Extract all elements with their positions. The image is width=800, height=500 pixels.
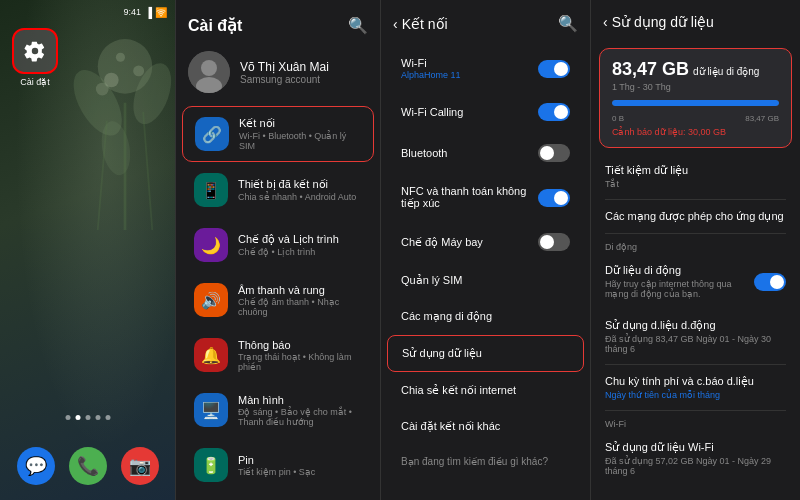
- settings-item-connect[interactable]: 🔗 Kết nối Wi-Fi • Bluetooth • Quản lý SI…: [182, 106, 374, 162]
- data-back-arrow-icon: ‹: [603, 14, 608, 30]
- settings-item-modes[interactable]: 🌙 Chế độ và Lịch trình Chế độ • Lịch trì…: [182, 218, 374, 272]
- connect-panel: ‹ Kết nối 🔍 Wi-Fi AlphaHome 11 Wi-Fi Cal…: [380, 0, 590, 500]
- connect-item-sim[interactable]: Quản lý SIM: [387, 263, 584, 298]
- connect-search-button[interactable]: 🔍: [558, 14, 578, 33]
- account-info: Võ Thị Xuân Mai Samsung account: [240, 60, 368, 85]
- wifi-usage-item[interactable]: Sử dụng dữ liệu Wi-Fi Đã sử dụng 57,02 G…: [591, 431, 800, 486]
- settings-item-text: Chế độ và Lịch trình Chế độ • Lịch trình: [238, 233, 362, 257]
- account-name: Võ Thị Xuân Mai: [240, 60, 368, 74]
- connect-item-search-help[interactable]: Bạn đang tìm kiếm điều gì khác?: [387, 445, 584, 478]
- mobile-networks-label: Các mạng di động: [401, 310, 570, 323]
- connect-item-wifi[interactable]: Wi-Fi AlphaHome 11: [387, 46, 584, 91]
- wifi-label: Wi-Fi: [401, 57, 538, 69]
- data-usage-text: Sử dụng dữ liệu: [402, 347, 569, 360]
- data-usage-box: 83,47 GB dữ liệu di động 1 Thg - 30 Thg …: [599, 48, 792, 148]
- battery-icon: 🔋: [194, 448, 228, 482]
- modes-sub: Chế độ • Lịch trình: [238, 247, 362, 257]
- mobile-data-toggle[interactable]: [754, 273, 786, 291]
- status-icons: ▐ 🛜: [145, 7, 167, 18]
- connect-title: Kết nối: [402, 16, 448, 32]
- mobile-data-sub: Hãy truy cập internet thông qua mạng di …: [605, 279, 748, 299]
- settings-item-sound[interactable]: 🔊 Âm thanh và rung Chế độ âm thanh • Nhạ…: [182, 273, 374, 327]
- connect-icon: 🔗: [195, 117, 229, 151]
- data-saving-label: Tiết kiệm dữ liệu: [605, 164, 786, 177]
- data-usage-title: Sử dụng dữ liệu: [612, 14, 714, 30]
- wifi-calling-toggle[interactable]: [538, 103, 570, 121]
- sound-icon: 🔊: [194, 283, 228, 317]
- page-dot: [95, 415, 100, 420]
- airplane-label: Chế độ Máy bay: [401, 236, 538, 249]
- settings-list: 🔗 Kết nối Wi-Fi • Bluetooth • Quản lý SI…: [176, 105, 380, 500]
- flower-decoration: [65, 30, 175, 230]
- apps-networks-label: Các mạng được phép cho ứng dụng: [605, 210, 786, 223]
- settings-panel: Cài đặt 🔍 Võ Thị Xuân Mai Samsung accoun…: [175, 0, 380, 500]
- settings-item-notifications[interactable]: 🔔 Thông báo Trạng thái hoạt • Không làm …: [182, 328, 374, 382]
- section-wifi: Wi-Fi: [591, 411, 800, 431]
- modes-icon: 🌙: [194, 228, 228, 262]
- account-sub: Samsung account: [240, 74, 368, 85]
- connect-item-data-usage[interactable]: Sử dụng dữ liệu: [387, 335, 584, 372]
- connect-header: ‹ Kết nối 🔍: [381, 0, 590, 41]
- notifications-icon: 🔔: [194, 338, 228, 372]
- progress-labels: 0 B 83,47 GB: [612, 114, 779, 123]
- settings-item-battery[interactable]: 🔋 Pin Tiết kiệm pin • Sạc: [182, 438, 374, 492]
- connect-item-airplane[interactable]: Chế độ Máy bay: [387, 222, 584, 262]
- connect-item-bluetooth[interactable]: Bluetooth: [387, 133, 584, 173]
- connect-item-nfc[interactable]: NFC và thanh toán không tiếp xúc: [387, 174, 584, 221]
- mobile-data-text: Dữ liệu di động Hãy truy cập internet th…: [605, 264, 748, 299]
- airplane-toggle[interactable]: [538, 233, 570, 251]
- progress-left: 0 B: [612, 114, 624, 123]
- data-progress-fill: [612, 100, 779, 106]
- nfc-toggle[interactable]: [538, 189, 570, 207]
- messages-dock-icon[interactable]: 💬: [17, 447, 55, 485]
- data-back-button[interactable]: ‹ Sử dụng dữ liệu: [603, 14, 714, 30]
- bluetooth-toggle[interactable]: [538, 144, 570, 162]
- battery-label: Pin: [238, 454, 362, 466]
- svg-line-10: [143, 112, 152, 230]
- settings-search-button[interactable]: 🔍: [348, 16, 368, 35]
- data-usage-label: Sử dụng dữ liệu: [402, 347, 569, 360]
- camera-dock-icon[interactable]: 📷: [121, 447, 159, 485]
- data-saving-item[interactable]: Tiết kiệm dữ liệu Tắt: [591, 154, 800, 199]
- wifi-toggle[interactable]: [538, 60, 570, 78]
- settings-app-icon[interactable]: Cài đặt: [12, 28, 58, 87]
- back-button[interactable]: ‹ Kết nối: [393, 16, 448, 32]
- apps-networks-item[interactable]: Các mạng được phép cho ứng dụng: [591, 200, 800, 233]
- data-usage-unit: dữ liệu di động: [693, 66, 759, 77]
- hotspot-label: Chia sẻ kết nối internet: [401, 384, 570, 397]
- connect-item-more[interactable]: Cài đặt kết nối khác: [387, 409, 584, 444]
- connect-item-hotspot[interactable]: Chia sẻ kết nối internet: [387, 373, 584, 408]
- bluetooth-text: Bluetooth: [401, 147, 538, 159]
- wifi-usage-label: Sử dụng dữ liệu Wi-Fi: [605, 441, 786, 454]
- mobile-usage-item[interactable]: Sử dụng d.liệu d.động Đã sử dụng 83,47 G…: [591, 309, 800, 364]
- data-usage-panel: ‹ Sử dụng dữ liệu 83,47 GB dữ liệu di độ…: [590, 0, 800, 500]
- connect-item-wifi-calling[interactable]: Wi-Fi Calling: [387, 92, 584, 132]
- connect-label: Kết nối: [239, 117, 361, 130]
- back-arrow-icon: ‹: [393, 16, 398, 32]
- account-section[interactable]: Võ Thị Xuân Mai Samsung account: [176, 43, 380, 105]
- modes-label: Chế độ và Lịch trình: [238, 233, 362, 246]
- settings-item-display[interactable]: 🖥️ Màn hình Độ sáng • Bảo vệ cho mắt • T…: [182, 383, 374, 437]
- mobile-data-row[interactable]: Dữ liệu di động Hãy truy cập internet th…: [591, 254, 800, 309]
- mobile-usage-label: Sử dụng d.liệu d.động: [605, 319, 786, 332]
- search-help-label: Bạn đang tìm kiếm điều gì khác?: [401, 456, 570, 467]
- wifi-usage-sub: Đã sử dụng 57,02 GB Ngày 01 - Ngày 29 th…: [605, 456, 786, 476]
- wifi-sub: AlphaHome 11: [401, 70, 538, 80]
- mobile-data-label: Dữ liệu di động: [605, 264, 748, 277]
- progress-right: 83,47 GB: [745, 114, 779, 123]
- settings-icon-box[interactable]: [12, 28, 58, 74]
- phone-dock-icon[interactable]: 📞: [69, 447, 107, 485]
- data-progress-bar: [612, 100, 779, 106]
- data-saving-sub: Tắt: [605, 179, 786, 189]
- connect-sub: Wi-Fi • Bluetooth • Quản lý SIM: [239, 131, 361, 151]
- devices-sub: Chia sẻ nhanh • Android Auto: [238, 192, 362, 202]
- home-screen-panel: 9:41 ▐ 🛜 Cài đặt 💬 📞 📷: [0, 0, 175, 500]
- settings-item-text: Âm thanh và rung Chế độ âm thanh • Nhạc …: [238, 284, 362, 317]
- home-dock: 💬 📞 📷: [17, 447, 159, 485]
- sim-label: Quản lý SIM: [401, 274, 570, 287]
- settings-item-devices[interactable]: 📱 Thiết bị đã kết nối Chia sẻ nhanh • An…: [182, 163, 374, 217]
- billing-cycle-item[interactable]: Chu kỳ tính phí và c.báo d.liệu Ngày thứ…: [591, 365, 800, 410]
- connect-item-mobile-networks[interactable]: Các mạng di động: [387, 299, 584, 334]
- settings-header: Cài đặt 🔍: [176, 0, 380, 43]
- gear-icon: [24, 40, 46, 62]
